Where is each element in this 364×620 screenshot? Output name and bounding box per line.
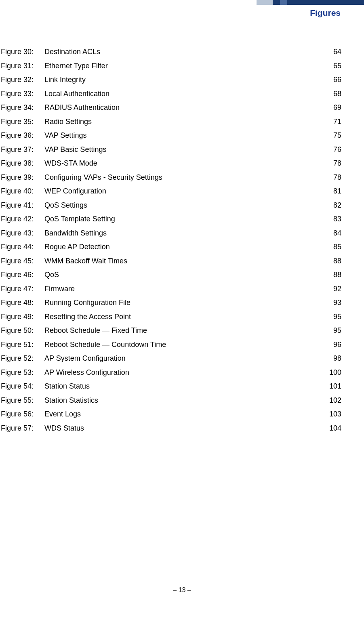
figure-title: AP System Configuration xyxy=(44,354,321,363)
figure-label: Figure 57: xyxy=(1,424,44,433)
figure-entry[interactable]: Figure 42:QoS Template Setting83 xyxy=(1,215,341,223)
figure-title: QoS xyxy=(44,271,321,279)
header-decorative-bar xyxy=(257,0,364,7)
figure-page-number: 103 xyxy=(321,410,341,418)
figure-entry[interactable]: Figure 47:Firmware92 xyxy=(1,285,341,293)
figure-page-number: 78 xyxy=(321,159,341,168)
figure-title: Running Configuration File xyxy=(44,298,321,307)
figure-label: Figure 55: xyxy=(1,396,44,405)
figure-entry[interactable]: Figure 48:Running Configuration File93 xyxy=(1,298,341,307)
figure-page-number: 93 xyxy=(321,298,341,307)
figure-page-number: 92 xyxy=(321,285,341,293)
figure-entry[interactable]: Figure 56:Event Logs103 xyxy=(1,410,341,418)
figure-label: Figure 56: xyxy=(1,410,44,418)
figure-entry[interactable]: Figure 33:Local Authentication68 xyxy=(1,90,341,98)
figure-entry[interactable]: Figure 37:VAP Basic Settings76 xyxy=(1,145,341,154)
figure-entry[interactable]: Figure 36:VAP Settings75 xyxy=(1,131,341,140)
figure-label: Figure 44: xyxy=(1,243,44,251)
figure-entry[interactable]: Figure 49:Resetting the Access Point95 xyxy=(1,313,341,321)
figure-page-number: 88 xyxy=(321,271,341,279)
figure-label: Figure 47: xyxy=(1,285,44,293)
figure-label: Figure 50: xyxy=(1,326,44,335)
figure-entry[interactable]: Figure 30:Destination ACLs64 xyxy=(1,48,341,56)
figure-entry[interactable]: Figure 34:RADIUS Authentication69 xyxy=(1,103,341,112)
figure-entry[interactable]: Figure 53:AP Wireless Configuration100 xyxy=(1,368,341,377)
figure-entry[interactable]: Figure 57:WDS Status104 xyxy=(1,424,341,433)
figure-title: Rogue AP Detection xyxy=(44,243,321,251)
figure-entry[interactable]: Figure 38:WDS-STA Mode78 xyxy=(1,159,341,168)
figure-label: Figure 49: xyxy=(1,313,44,321)
figure-page-number: 66 xyxy=(321,76,341,84)
figure-label: Figure 36: xyxy=(1,131,44,140)
figure-page-number: 75 xyxy=(321,131,341,140)
figure-label: Figure 30: xyxy=(1,48,44,56)
figure-title: VAP Basic Settings xyxy=(44,145,321,154)
figure-label: Figure 40: xyxy=(1,187,44,195)
figure-entry[interactable]: Figure 50:Reboot Schedule — Fixed Time95 xyxy=(1,326,341,335)
figure-entry[interactable]: Figure 43:Bandwidth Settings84 xyxy=(1,229,341,237)
figure-title: Firmware xyxy=(44,285,321,293)
figure-page-number: 83 xyxy=(321,215,341,223)
figure-entry[interactable]: Figure 32:Link Integrity66 xyxy=(1,76,341,84)
bar-segment xyxy=(280,0,287,5)
figure-page-number: 95 xyxy=(321,326,341,335)
figure-page-number: 85 xyxy=(321,243,341,251)
figure-title: Station Status xyxy=(44,382,321,391)
figure-entry[interactable]: Figure 31:Ethernet Type Filter65 xyxy=(1,62,341,70)
figure-label: Figure 32: xyxy=(1,76,44,84)
figure-entry[interactable]: Figure 51:Reboot Schedule — Countdown Ti… xyxy=(1,340,341,349)
figure-label: Figure 46: xyxy=(1,271,44,279)
figure-label: Figure 35: xyxy=(1,118,44,126)
figure-label: Figure 45: xyxy=(1,257,44,265)
figure-page-number: 71 xyxy=(321,118,341,126)
figure-title: VAP Settings xyxy=(44,131,321,140)
figure-label: Figure 43: xyxy=(1,229,44,237)
figure-entry[interactable]: Figure 41:QoS Settings82 xyxy=(1,201,341,210)
figure-title: Link Integrity xyxy=(44,76,321,84)
figure-label: Figure 53: xyxy=(1,368,44,377)
figure-title: RADIUS Authentication xyxy=(44,103,321,112)
figure-title: Station Statistics xyxy=(44,396,321,405)
figure-page-number: 95 xyxy=(321,313,341,321)
figure-entry[interactable]: Figure 46:QoS88 xyxy=(1,271,341,279)
figures-list: Figure 30:Destination ACLs64Figure 31:Et… xyxy=(1,48,341,438)
figure-entry[interactable]: Figure 44:Rogue AP Detection85 xyxy=(1,243,341,251)
figure-page-number: 81 xyxy=(321,187,341,195)
figure-page-number: 69 xyxy=(321,103,341,112)
figure-title: WDS Status xyxy=(44,424,321,433)
figure-label: Figure 42: xyxy=(1,215,44,223)
bar-segment xyxy=(273,0,280,5)
figure-page-number: 84 xyxy=(321,229,341,237)
figure-entry[interactable]: Figure 35:Radio Settings71 xyxy=(1,118,341,126)
figure-page-number: 104 xyxy=(321,424,341,433)
figure-title: Reboot Schedule — Fixed Time xyxy=(44,326,321,335)
figure-page-number: 78 xyxy=(321,173,341,182)
figure-title: Local Authentication xyxy=(44,90,321,98)
figure-title: AP Wireless Configuration xyxy=(44,368,321,377)
figure-entry[interactable]: Figure 55:Station Statistics102 xyxy=(1,396,341,405)
figure-label: Figure 39: xyxy=(1,173,44,182)
figure-page-number: 88 xyxy=(321,257,341,265)
figure-page-number: 64 xyxy=(321,48,341,56)
figure-page-number: 100 xyxy=(321,368,341,377)
figure-title: Ethernet Type Filter xyxy=(44,62,321,70)
figure-page-number: 65 xyxy=(321,62,341,70)
figure-label: Figure 34: xyxy=(1,103,44,112)
figure-page-number: 76 xyxy=(321,145,341,154)
page-number: – 13 – xyxy=(0,586,364,594)
figure-label: Figure 38: xyxy=(1,159,44,168)
figure-entry[interactable]: Figure 39:Configuring VAPs - Security Se… xyxy=(1,173,341,182)
figure-title: Reboot Schedule — Countdown Time xyxy=(44,340,321,349)
figure-entry[interactable]: Figure 54:Station Status101 xyxy=(1,382,341,391)
figure-entry[interactable]: Figure 45:WMM Backoff Wait Times88 xyxy=(1,257,341,265)
figure-title: Resetting the Access Point xyxy=(44,313,321,321)
figure-page-number: 68 xyxy=(321,90,341,98)
bar-segment xyxy=(257,0,273,5)
figure-entry[interactable]: Figure 40:WEP Configuration81 xyxy=(1,187,341,195)
figure-title: WMM Backoff Wait Times xyxy=(44,257,321,265)
page-section-title: Figures xyxy=(310,8,341,18)
bar-segment xyxy=(287,0,364,5)
figure-title: QoS Settings xyxy=(44,201,321,210)
figure-entry[interactable]: Figure 52:AP System Configuration98 xyxy=(1,354,341,363)
figure-page-number: 102 xyxy=(321,396,341,405)
